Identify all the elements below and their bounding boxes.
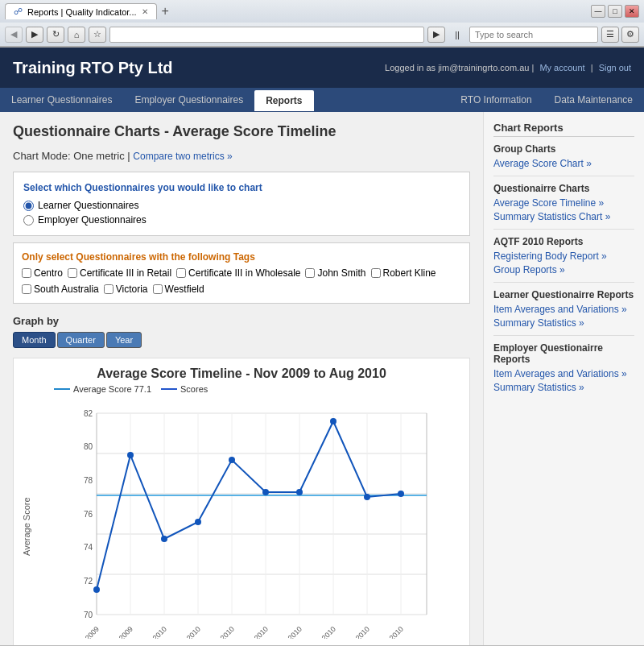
svg-text:Apr 2010: Apr 2010: [243, 625, 270, 639]
site-title: Training RTO Pty Ltd: [13, 59, 173, 77]
learner-reports-title: Learner Questionairre Reports: [493, 289, 634, 300]
svg-text:70: 70: [84, 611, 93, 619]
x-axis-label: Time Period: [38, 644, 461, 645]
period-buttons: Month Quarter Year: [13, 332, 470, 348]
logged-in-text: Logged in as jim@trainingrto.com.au |: [385, 63, 534, 72]
address-bar[interactable]: [109, 27, 424, 43]
minimize-button[interactable]: —: [591, 5, 605, 18]
close-button[interactable]: ✕: [625, 5, 639, 18]
tag-victoria-checkbox[interactable]: [104, 284, 114, 294]
tag-john-smith[interactable]: John Smith: [305, 267, 365, 279]
svg-text:Feb 2010: Feb 2010: [175, 625, 202, 639]
summary-stats-chart-link[interactable]: Summary Statistics Chart »: [493, 211, 634, 222]
tab-title: Reports | Quality Indicator...: [27, 7, 137, 17]
svg-text:Jan 2010: Jan 2010: [142, 625, 168, 639]
tag-south-australia-checkbox[interactable]: [22, 284, 31, 294]
header-links: Logged in as jim@trainingrto.com.au | My…: [382, 63, 631, 72]
learner-radio-input[interactable]: [23, 201, 34, 211]
sidebar-section-title: Chart Reports: [493, 122, 634, 137]
group-reports-link[interactable]: Group Reports »: [493, 264, 634, 275]
refresh-button[interactable]: ↻: [47, 27, 64, 43]
employer-questionnaires-radio[interactable]: Employer Questionnaires: [23, 214, 460, 226]
group-charts-title: Group Charts: [493, 143, 634, 155]
tag-robert-kline[interactable]: Robert Kline: [371, 267, 436, 279]
tools-button[interactable]: ⚙: [621, 27, 639, 43]
avg-score-chart-link[interactable]: Average Score Chart »: [493, 158, 634, 169]
learner-questionnaires-radio[interactable]: Learner Questionnaires: [23, 200, 460, 211]
employer-summary-stats-link[interactable]: Summary Statistics »: [493, 382, 634, 393]
svg-text:Jun 2010: Jun 2010: [311, 625, 337, 639]
tag-south-australia[interactable]: South Australia: [22, 284, 99, 295]
svg-point-32: [330, 418, 336, 424]
page-title: Questionnaire Charts - Average Score Tim…: [13, 123, 470, 140]
tag-cert-wholesale[interactable]: Certificate III in Wholesale: [176, 267, 300, 279]
questionnaire-charts-title: Questionairre Charts: [493, 183, 634, 194]
my-account-link[interactable]: My account: [539, 63, 584, 72]
navigation-bar: ◀ ▶ ↻ ⌂ ☆ ▶ || ☰ ⚙: [0, 23, 644, 47]
forward-button[interactable]: ▶: [26, 27, 43, 43]
month-button[interactable]: Month: [13, 332, 56, 348]
avg-score-timeline-link[interactable]: Average Score Timeline »: [493, 197, 634, 209]
tag-john-smith-checkbox[interactable]: [305, 268, 315, 278]
tag-victoria[interactable]: Victoria: [104, 284, 148, 295]
svg-text:Nov 2009: Nov 2009: [73, 625, 101, 639]
learner-summary-stats-link[interactable]: Summary Statistics »: [493, 317, 634, 329]
legend-scores: Scores: [161, 384, 208, 394]
tag-centro[interactable]: Centro: [22, 267, 63, 279]
year-button[interactable]: Year: [106, 332, 142, 348]
nav-separator: ||: [448, 27, 466, 43]
go-button[interactable]: ▶: [427, 27, 445, 43]
learner-item-averages-link[interactable]: Item Averages and Variations »: [493, 304, 634, 315]
registering-body-link[interactable]: Registering Body Report »: [493, 251, 634, 262]
toolbar-icons: ☰ ⚙: [601, 27, 639, 43]
new-tab-button[interactable]: +: [162, 5, 169, 18]
tag-centro-checkbox[interactable]: [22, 268, 31, 278]
tags-section-label: Only select Questionnaires with the foll…: [22, 251, 461, 263]
employer-item-averages-link[interactable]: Item Averages and Variations »: [493, 368, 634, 379]
browser-chrome: ☍ Reports | Quality Indicator... ✕ + — □…: [0, 0, 644, 48]
tab-close-btn[interactable]: ✕: [142, 7, 148, 16]
tag-cert-wholesale-checkbox[interactable]: [176, 268, 186, 278]
svg-text:80: 80: [84, 442, 93, 451]
tab-employer-questionnaires[interactable]: Employer Questionnaires: [123, 89, 254, 110]
svg-text:82: 82: [84, 409, 93, 418]
compare-metrics-link[interactable]: Compare two metrics »: [133, 151, 232, 162]
browser-tab[interactable]: ☍ Reports | Quality Indicator... ✕: [5, 3, 157, 19]
search-input[interactable]: [469, 27, 598, 43]
tag-cert-retail-checkbox[interactable]: [68, 268, 77, 278]
graph-by-label: Graph by: [13, 315, 470, 327]
tab-learner-questionnaires[interactable]: Learner Questionnaires: [0, 89, 123, 110]
sidebar-divider-4: [493, 335, 634, 336]
nav-tabs: Learner Questionnaires Employer Question…: [0, 88, 644, 112]
tags-row: Centro Certificate III in Retail Certifi…: [22, 267, 461, 295]
questionnaire-radio-group: Learner Questionnaires Employer Question…: [23, 200, 460, 226]
svg-point-31: [296, 489, 303, 495]
sign-out-link[interactable]: Sign out: [599, 63, 631, 72]
tag-cert-retail[interactable]: Certificate III in Retail: [68, 267, 171, 279]
tab-rto-information[interactable]: RTO Information: [449, 89, 543, 110]
quarter-button[interactable]: Quarter: [57, 332, 105, 348]
bookmark-button[interactable]: ☆: [89, 27, 106, 43]
maximize-button[interactable]: □: [608, 5, 622, 18]
tag-robert-kline-checkbox[interactable]: [371, 268, 381, 278]
svg-text:76: 76: [84, 510, 93, 519]
tag-westfield[interactable]: Westfield: [153, 284, 204, 295]
site-header: Training RTO Pty Ltd Logged in as jim@tr…: [0, 48, 644, 88]
chart-legend: Average Score 77.1 Scores: [54, 384, 461, 394]
page-menu-button[interactable]: ☰: [601, 27, 619, 43]
tab-data-maintenance[interactable]: Data Maintenance: [543, 89, 644, 110]
chart-svg-area: 70 72 74 76 78 80 82: [38, 397, 461, 645]
back-button[interactable]: ◀: [5, 27, 23, 43]
svg-text:Dec 2009: Dec 2009: [107, 625, 134, 639]
tag-westfield-checkbox[interactable]: [153, 284, 163, 294]
tab-reports[interactable]: Reports: [254, 90, 313, 111]
svg-point-27: [161, 536, 167, 542]
legend-avg: Average Score 77.1: [54, 384, 151, 394]
home-button[interactable]: ⌂: [68, 27, 85, 43]
sidebar-divider-3: [493, 282, 634, 283]
chart-wrapper: Average Score: [22, 397, 461, 645]
employer-radio-input[interactable]: [23, 215, 34, 226]
chart-mode: Chart Mode: One metric | Compare two met…: [13, 150, 470, 162]
legend-avg-line: [54, 388, 70, 390]
svg-point-34: [398, 491, 404, 497]
